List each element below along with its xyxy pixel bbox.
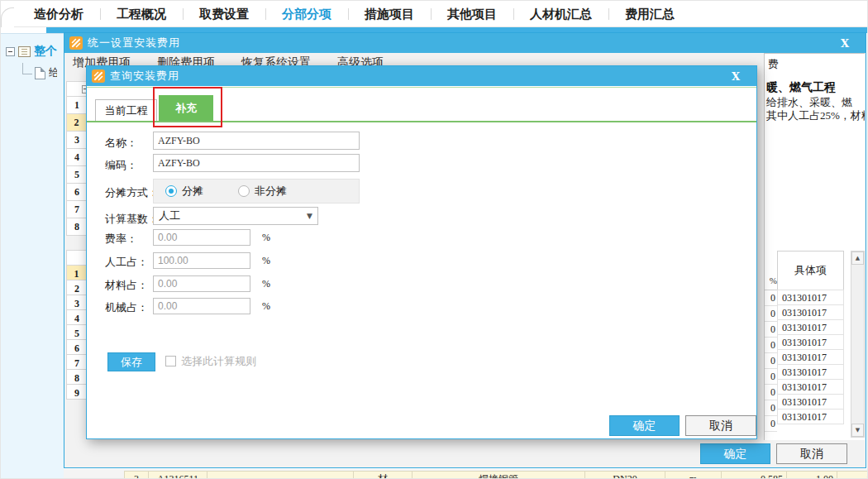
percent-column-header: % (765, 271, 777, 290)
table-cell: 0 (765, 369, 777, 385)
outer-dialog-title: 统一设置安装费用 (88, 36, 180, 50)
percent-sign: % (262, 278, 270, 290)
app-icon (92, 69, 105, 83)
table-cell[interactable]: 031301017 (777, 409, 844, 424)
table-cell: 0 (765, 353, 777, 369)
row-number-cell[interactable]: 6 (66, 183, 88, 201)
tree-root-label[interactable]: 整个 (34, 44, 57, 59)
row-number-cell[interactable]: 1 (66, 265, 88, 280)
project-tree-panel: 整个 给 (1, 33, 64, 479)
top-menu-bar: 造价分析工程概况取费设置分部分项措施项目其他项目人材机汇总费用汇总 (1, 1, 868, 27)
row-number-cell[interactable]: 2 (66, 113, 88, 132)
outer-cancel-button[interactable]: 取消 (776, 443, 847, 464)
calc-base-select[interactable]: 人工 ▼ (153, 207, 318, 225)
table-cell: 0 (765, 338, 777, 353)
main-nav-tab[interactable]: 造价分析 (17, 1, 100, 27)
row-number-cell[interactable]: 5 (66, 324, 88, 340)
table-cell[interactable]: 031301017 (777, 349, 844, 365)
row-number-cell[interactable]: 2 (66, 280, 88, 295)
inner-dialog-title: 查询安装费用 (110, 69, 179, 84)
row-number-cell[interactable]: 7 (66, 354, 88, 370)
outer-close-icon[interactable]: X (836, 37, 861, 50)
rate-label: 费率： (105, 232, 137, 247)
row-number-cell[interactable]: 5 (66, 165, 88, 184)
outer-ok-button[interactable]: 确定 (700, 443, 770, 464)
rate-input[interactable] (153, 229, 250, 246)
table-cell: 0 (765, 290, 777, 306)
name-input[interactable] (153, 132, 360, 150)
scroll-down-icon[interactable]: ▼ (851, 424, 864, 437)
tree-node-whole-project[interactable]: 整个 (6, 44, 57, 59)
main-nav-tab[interactable]: 措施项目 (348, 1, 431, 27)
tree-node-unit-project[interactable]: 给 (22, 65, 57, 80)
machine-input[interactable] (153, 298, 250, 314)
row-number-cell[interactable]: 4 (66, 148, 88, 166)
main-nav-tab[interactable]: 分部分项 (265, 1, 348, 27)
table-cell[interactable]: 031301017 (777, 394, 844, 410)
table-cell[interactable]: 031301017 (777, 364, 844, 380)
share-mode-label: 分摊方式： (105, 185, 159, 200)
tree-child-label[interactable]: 给 (49, 65, 57, 80)
table-cell: 3 (124, 471, 149, 479)
radio-noshare-label[interactable]: 非分摊 (255, 184, 287, 199)
share-mode-group: 分摊 非分摊 (153, 179, 360, 204)
row-number-cell[interactable]: 1 (66, 96, 88, 114)
main-nav-tab[interactable]: 其他项目 (431, 1, 513, 27)
table-cell[interactable]: 031301017 (777, 304, 844, 320)
row-number-cell[interactable]: 7 (66, 200, 88, 218)
table-cell[interactable]: 031301017 (777, 379, 844, 395)
main-nav-tab[interactable]: 工程概况 (100, 1, 183, 27)
main-nav-tab[interactable]: 人材机汇总 (513, 1, 608, 27)
rule-checkbox-label: 选择此计算规则 (181, 354, 256, 369)
inner-ok-button[interactable]: 确定 (609, 415, 680, 436)
lower-row-numbers: 123456789 (66, 265, 88, 400)
table-cell: 材 (353, 471, 413, 479)
row-number-cell[interactable]: 6 (66, 339, 88, 355)
save-button[interactable]: 保存 (107, 352, 155, 371)
tree-elbow-line (22, 63, 32, 74)
row-number-cell[interactable]: 8 (66, 369, 88, 385)
inner-cancel-button[interactable]: 取消 (685, 415, 756, 436)
row-number-cell[interactable]: 9 (66, 384, 88, 400)
tab-underline (87, 121, 756, 122)
radio-noshare[interactable] (238, 185, 250, 197)
scroll-up-icon[interactable]: ▲ (851, 251, 864, 265)
table-cell[interactable]: 031301017 (777, 319, 844, 335)
application-window: 造价分析工程概况取费设置分部分项措施项目其他项目人材机汇总费用汇总 整个 给 统… (0, 0, 868, 479)
main-nav-tab[interactable]: 费用汇总 (608, 1, 691, 27)
row-number-cell[interactable]: 4 (66, 309, 88, 325)
material-input[interactable] (153, 275, 250, 292)
rule-checkbox[interactable] (165, 356, 176, 366)
tree-collapse-icon[interactable] (6, 47, 15, 56)
material-label: 材料占： (105, 278, 148, 293)
percent-sign: % (262, 232, 270, 244)
percent-sign: % (262, 300, 270, 313)
table-cell[interactable]: 031301017 (777, 334, 844, 350)
vertical-scrollbar[interactable]: ▲ ▼ (851, 251, 865, 438)
app-icon (69, 36, 83, 50)
inner-close-icon[interactable]: X (727, 70, 751, 83)
tab-current-project[interactable]: 当前工程 (95, 99, 157, 122)
upper-row-numbers: 12345678 (66, 96, 88, 236)
table-cell: 0 (765, 385, 777, 400)
tab-supplement[interactable]: 补充 (159, 95, 213, 121)
grid-header-cell (66, 250, 88, 266)
row-number-cell[interactable]: 3 (66, 295, 88, 310)
column-header-detail-item: 具体项 (777, 251, 844, 290)
table-cell: 1.00 (837, 471, 868, 479)
project-book-icon (18, 46, 31, 57)
document-icon (35, 67, 45, 79)
row-number-cell[interactable]: 8 (66, 218, 88, 236)
labor-input[interactable] (153, 252, 250, 269)
code-input[interactable] (153, 154, 360, 172)
table-cell: m (665, 471, 722, 479)
main-nav-tab[interactable]: 取费设置 (183, 1, 265, 27)
table-cell: A1316511 (148, 471, 207, 479)
chevron-down-icon[interactable]: ▼ (307, 208, 312, 224)
radio-share-label[interactable]: 分摊 (182, 184, 203, 199)
radio-share-selected[interactable] (165, 185, 177, 197)
row-number-cell[interactable]: 3 (66, 131, 88, 149)
code-label: 编码： (105, 158, 137, 173)
table-row-partial: 3A1316511材焊接钢管DN20m0.5851.001.000.0325 (125, 471, 868, 479)
table-cell[interactable]: 031301017 (777, 290, 844, 305)
